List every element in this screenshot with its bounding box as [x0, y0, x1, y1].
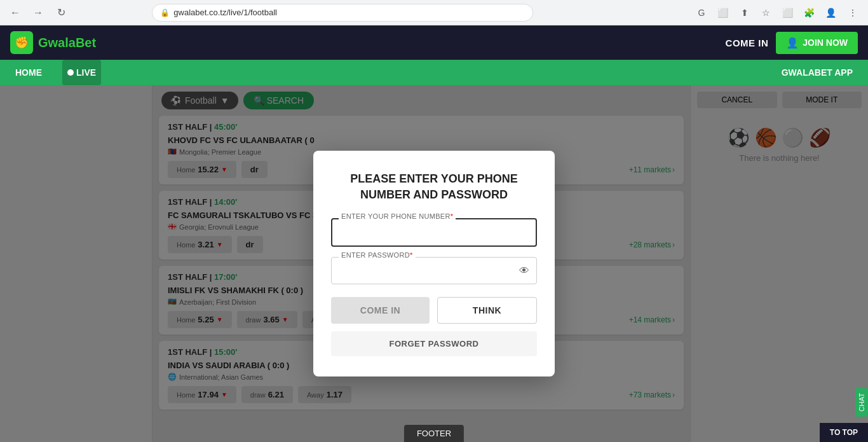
logo-text: GwalaBet [38, 36, 96, 50]
phone-input[interactable] [331, 218, 537, 247]
forget-password-button[interactable]: FORGET PASSWORD [331, 331, 537, 356]
phone-required: * [451, 212, 454, 220]
main-content: ⚽ Football ▼ 🔍 SEARCH 1ST HALF | 45:00' … [0, 85, 868, 442]
logo-icon: ✊ [10, 31, 33, 54]
logo-gwala: Gwala [38, 36, 76, 50]
come-in-button[interactable]: COME IN [726, 38, 769, 48]
phone-input-group: ENTER YOUR PHONE NUMBER* [331, 218, 537, 247]
header-right: COME IN 👤 JOIN NOW [726, 32, 858, 54]
logo-bet: Bet [76, 36, 96, 50]
browser-chrome: ← → ↻ 🔒 gwalabet.co.tz/live/1/football G… [0, 0, 868, 25]
header: ✊ GwalaBet COME IN 👤 JOIN NOW [0, 25, 868, 60]
profile-icon[interactable]: 👤 [822, 4, 840, 22]
chat-label: CHAT [858, 393, 865, 411]
nav-home[interactable]: HOME [10, 60, 47, 85]
nav-app[interactable]: GWALABET APP [776, 60, 858, 85]
footer-badge: FOOTER [404, 425, 464, 442]
reload-button[interactable]: ↻ [52, 4, 70, 22]
modal-actions: COME IN THINK [331, 297, 537, 324]
forward-button[interactable]: → [29, 4, 47, 22]
modal-title: PLEASE ENTER YOUR PHONE NUMBER AND PASSW… [331, 171, 537, 203]
tab-icon[interactable]: ⬜ [779, 4, 797, 22]
modal-think-button[interactable]: THINK [437, 297, 537, 324]
password-label: ENTER PASSWORD* [339, 251, 416, 259]
url-text: gwalabet.co.tz/live/1/football [173, 8, 277, 17]
star-icon[interactable]: ☆ [757, 4, 775, 22]
menu-icon[interactable]: ⋮ [844, 4, 862, 22]
password-input-group: ENTER PASSWORD* 👁 [331, 257, 537, 284]
join-now-label: JOIN NOW [803, 38, 848, 48]
eye-icon[interactable]: 👁 [519, 265, 529, 277]
back-button[interactable]: ← [6, 4, 24, 22]
modal-come-in-button[interactable]: COME IN [331, 297, 430, 324]
lock-icon: 🔒 [160, 8, 170, 17]
chat-button[interactable]: CHAT [855, 388, 868, 417]
screenshot-icon[interactable]: ⬜ [714, 4, 732, 22]
logo[interactable]: ✊ GwalaBet [10, 31, 96, 54]
login-modal: PLEASE ENTER YOUR PHONE NUMBER AND PASSW… [313, 151, 555, 376]
user-icon: 👤 [786, 37, 799, 49]
nav-live-label: LIVE [76, 67, 96, 78]
join-now-button[interactable]: 👤 JOIN NOW [776, 32, 858, 54]
phone-label-text: ENTER YOUR PHONE NUMBER [341, 212, 451, 220]
browser-toolbar: G ⬜ ⬆ ☆ ⬜ 🧩 👤 ⋮ [693, 4, 862, 22]
extension-icon[interactable]: 🧩 [801, 4, 818, 22]
nav-bar: HOME LIVE GWALABET APP [0, 60, 868, 85]
google-icon[interactable]: G [693, 4, 710, 22]
address-bar[interactable]: 🔒 gwalabet.co.tz/live/1/football [152, 4, 533, 22]
phone-label: ENTER YOUR PHONE NUMBER* [339, 212, 456, 220]
to-top-button[interactable]: TO TOP [820, 423, 868, 442]
live-dot [67, 69, 74, 76]
share-icon[interactable]: ⬆ [736, 4, 754, 22]
nav-live[interactable]: LIVE [62, 60, 101, 85]
app: ✊ GwalaBet COME IN 👤 JOIN NOW HOME LIVE … [0, 25, 868, 442]
password-input[interactable] [331, 257, 537, 284]
modal-overlay: PLEASE ENTER YOUR PHONE NUMBER AND PASSW… [0, 85, 868, 442]
